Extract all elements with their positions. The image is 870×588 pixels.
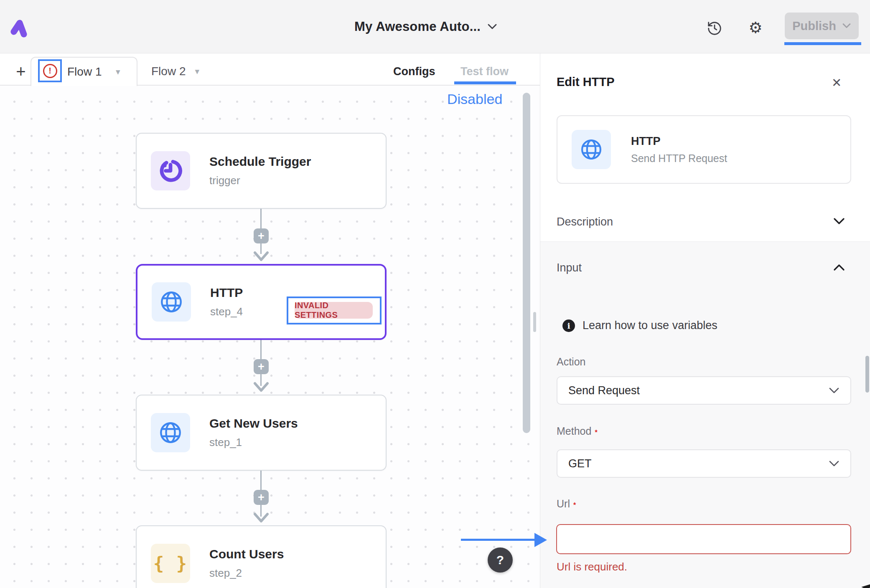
url-field-label: Url*: [557, 498, 576, 510]
history-icon: [707, 20, 722, 36]
globe-icon: [159, 421, 182, 444]
node-schedule-trigger[interactable]: Schedule Trigger trigger: [136, 133, 387, 209]
add-step-button[interactable]: +: [254, 228, 269, 243]
node-title: Get New Users: [209, 416, 298, 431]
http-icon-tile: [151, 413, 190, 452]
node-subtitle: trigger: [209, 174, 311, 187]
node-text: Count Users step_2: [209, 547, 284, 580]
tab-flow-2[interactable]: Flow 2 ▾: [151, 57, 199, 86]
plus-icon: +: [258, 231, 265, 242]
caret-down-icon[interactable]: ▾: [195, 66, 199, 76]
method-field-label: Method*: [557, 425, 598, 437]
arrow-down-icon: [253, 251, 269, 262]
publish-button[interactable]: Publish: [785, 13, 859, 39]
input-section-header[interactable]: Input: [557, 261, 582, 274]
action-field-label: Action: [557, 356, 585, 368]
node-title: Schedule Trigger: [209, 155, 311, 169]
node-subtitle: step_2: [209, 567, 284, 580]
invalid-settings-badge: INVALID SETTINGS: [295, 302, 373, 319]
clock-icon: [158, 158, 183, 184]
piece-text: HTTP Send HTTP Request: [631, 135, 727, 165]
annotation-arrow-line: [461, 539, 534, 541]
chevron-down-icon: [842, 23, 851, 29]
chevron-down-icon[interactable]: [833, 217, 845, 226]
chevron-down-icon: [829, 460, 839, 467]
braces-icon: { }: [153, 553, 188, 574]
chevron-down-icon: [829, 387, 839, 394]
http-icon-tile: [152, 282, 191, 322]
url-error-message: Url is required.: [557, 560, 627, 573]
plus-icon: +: [258, 492, 265, 503]
required-asterisk: *: [573, 502, 576, 509]
add-step-button[interactable]: +: [254, 490, 269, 505]
url-input[interactable]: [556, 524, 851, 554]
gear-icon: ⚙: [748, 20, 762, 35]
annotation-arrow-head: [534, 533, 547, 547]
tab-flow-2-label: Flow 2: [151, 65, 186, 78]
annotation-disabled-canvas: Disabled: [447, 91, 502, 107]
method-select-value: GET: [568, 457, 592, 470]
piece-title: HTTP: [631, 135, 727, 148]
add-step-button[interactable]: +: [254, 359, 269, 374]
tab-configs[interactable]: Configs: [393, 57, 435, 86]
flow-name-menu[interactable]: My Awesome Auto...: [354, 17, 497, 37]
error-warning-icon: !: [43, 64, 57, 78]
schedule-icon-tile: [151, 151, 190, 190]
node-text: Schedule Trigger trigger: [209, 155, 311, 187]
publish-label: Publish: [792, 19, 836, 33]
tab-test-flow-label: Test flow: [460, 65, 509, 78]
action-select-value: Send Request: [568, 384, 640, 397]
add-flow-button[interactable]: +: [10, 57, 32, 86]
globe-icon: [580, 138, 603, 161]
piece-info-card: HTTP Send HTTP Request: [557, 115, 851, 184]
node-get-new-users[interactable]: Get New Users step_1: [136, 395, 387, 471]
flow-builder-window: My Awesome Auto... ⚙ Publish Disabled + …: [0, 0, 870, 588]
required-asterisk: *: [595, 429, 597, 436]
panel-resize-handle[interactable]: [533, 312, 536, 332]
method-label-text: Method: [557, 425, 591, 437]
action-select[interactable]: Send Request: [557, 376, 851, 405]
chevron-up-icon[interactable]: [833, 263, 845, 271]
code-icon-tile: { }: [151, 544, 190, 583]
flow-name: My Awesome Auto...: [354, 19, 481, 34]
node-title: Count Users: [209, 547, 284, 561]
node-text: HTTP step_4: [210, 286, 243, 318]
settings-button[interactable]: ⚙: [746, 18, 765, 37]
plus-icon: +: [258, 361, 265, 373]
canvas-scrollbar[interactable]: [523, 93, 530, 433]
arrow-down-icon: [253, 512, 269, 523]
http-icon-tile: [572, 130, 611, 169]
app-logo-icon[interactable]: [9, 17, 28, 38]
close-panel-button[interactable]: ✕: [832, 76, 842, 90]
info-glyph: i: [567, 321, 570, 330]
node-count-users[interactable]: { } Count Users step_2: [136, 525, 387, 588]
caret-down-icon[interactable]: ▾: [116, 67, 120, 77]
annotation-box-flow-error: !: [38, 59, 62, 82]
node-subtitle: step_4: [210, 305, 243, 318]
variables-help-link[interactable]: Learn how to use variables: [583, 319, 717, 332]
panel-title: Edit HTTP: [557, 75, 615, 89]
globe-icon: [160, 290, 183, 314]
history-button[interactable]: [705, 19, 724, 38]
close-icon: ✕: [832, 76, 842, 90]
help-button[interactable]: ?: [488, 547, 513, 573]
url-label-text: Url: [557, 498, 570, 509]
plus-icon: +: [16, 62, 25, 81]
node-subtitle: step_1: [209, 436, 298, 449]
panel-scrollbar[interactable]: [865, 356, 869, 393]
tab-flow-1-label: Flow 1: [67, 65, 102, 79]
node-title: HTTP: [210, 286, 243, 300]
piece-subtitle: Send HTTP Request: [631, 152, 727, 165]
tab-flow-1[interactable]: ! Flow 1 ▾: [31, 57, 137, 86]
publish-annotation-underline: [784, 42, 861, 45]
question-mark-icon: ?: [496, 553, 504, 567]
tab-configs-label: Configs: [393, 65, 435, 78]
method-select[interactable]: GET: [557, 449, 851, 478]
chevron-down-icon: [487, 23, 497, 30]
test-flow-annotation-underline: [454, 81, 516, 84]
arrow-down-icon: [253, 382, 269, 393]
description-section-header[interactable]: Description: [557, 215, 613, 228]
node-text: Get New Users step_1: [209, 416, 298, 449]
info-icon: i: [562, 319, 575, 332]
